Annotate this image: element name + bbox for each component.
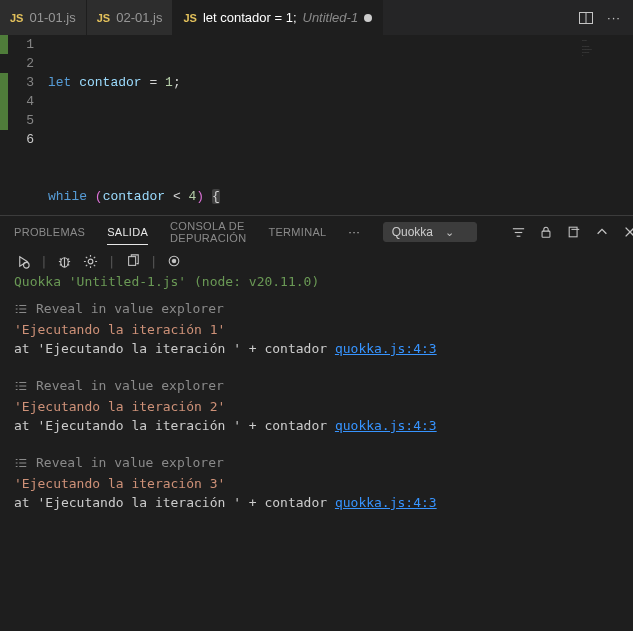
record-icon[interactable] (165, 252, 183, 270)
log-entry: Reveal in value explorer 'Ejecutando la … (14, 299, 619, 358)
log-value: 'Ejecutando la iteración 3' (14, 474, 619, 493)
chevron-down-icon: ⌄ (445, 226, 454, 238)
copy-icon[interactable] (124, 252, 142, 270)
code-area[interactable]: let contador = 1; while (contador < 4) {… (48, 35, 633, 215)
reveal-in-value-explorer[interactable]: Reveal in value explorer (14, 376, 619, 395)
svg-point-23 (173, 259, 177, 263)
panel-tab-terminal[interactable]: TERMINAL (268, 220, 326, 244)
code-editor[interactable]: 1 2 3 4 5 6 let contador = 1; while (con… (0, 35, 633, 215)
filter-icon[interactable] (509, 223, 527, 241)
log-trace: at 'Ejecutando la iteración ' + contador… (14, 416, 619, 435)
tab-file-1[interactable]: JS 01-01.js (0, 0, 87, 35)
list-icon (14, 379, 28, 393)
tab-file-3-active[interactable]: JS let contador = 1; Untitled-1 (173, 0, 383, 35)
log-entry: Reveal in value explorer 'Ejecutando la … (14, 453, 619, 512)
js-icon: JS (97, 12, 110, 24)
list-icon (14, 302, 28, 316)
panel-tab-debug-console[interactable]: CONSOLA DE DEPURACIÓN (170, 214, 246, 250)
tab-file-2[interactable]: JS 02-01.js (87, 0, 174, 35)
tab-label: 01-01.js (29, 10, 75, 25)
split-editor-icon[interactable] (577, 9, 595, 27)
svg-rect-6 (569, 227, 577, 237)
svg-rect-5 (542, 231, 550, 237)
quokka-header: Quokka 'Untitled-1.js' (node: v20.11.0) (0, 272, 633, 299)
trace-link[interactable]: quokka.js:4:3 (335, 418, 437, 433)
tab-label: let contador = 1; (203, 10, 297, 25)
log-entry: Reveal in value explorer 'Ejecutando la … (14, 376, 619, 435)
tab-label: 02-01.js (116, 10, 162, 25)
dirty-indicator-icon (364, 14, 372, 22)
tab-sublabel: Untitled-1 (303, 10, 359, 25)
reveal-in-value-explorer[interactable]: Reveal in value explorer (14, 453, 619, 472)
output-body: Reveal in value explorer 'Ejecutando la … (0, 299, 633, 530)
log-value: 'Ejecutando la iteración 2' (14, 397, 619, 416)
log-value: 'Ejecutando la iteración 1' (14, 320, 619, 339)
svg-point-11 (23, 262, 29, 268)
clear-output-icon[interactable] (565, 223, 583, 241)
editor-tabbar: JS 01-01.js JS 02-01.js JS let contador … (0, 0, 633, 35)
gear-icon[interactable] (82, 252, 100, 270)
bottom-panel: PROBLEMAS SALIDA CONSOLA DE DEPURACIÓN T… (0, 215, 633, 631)
chevron-up-icon[interactable] (593, 223, 611, 241)
list-icon (14, 456, 28, 470)
log-trace: at 'Ejecutando la iteración ' + contador… (14, 493, 619, 512)
js-icon: JS (183, 12, 196, 24)
minimap[interactable]: ▬▬▬▬ ▬▬▬▬▬▬▬▬▬▬▬▬▬▬▬▬▬▬▬▬▬ (578, 35, 633, 215)
close-panel-icon[interactable] (621, 223, 633, 241)
panel-more-icon[interactable]: ··· (348, 226, 360, 238)
panel-tabbar: PROBLEMAS SALIDA CONSOLA DE DEPURACIÓN T… (0, 216, 633, 248)
panel-tab-problems[interactable]: PROBLEMAS (14, 220, 85, 244)
quokka-toolbar: | | | (0, 248, 633, 272)
tabbar-actions: ··· (567, 0, 633, 35)
trace-link[interactable]: quokka.js:4:3 (335, 495, 437, 510)
svg-rect-21 (128, 257, 135, 266)
run-icon[interactable] (14, 252, 32, 270)
log-trace: at 'Ejecutando la iteración ' + contador… (14, 339, 619, 358)
svg-point-20 (88, 259, 93, 264)
lock-scroll-icon[interactable] (537, 223, 555, 241)
output-source-select[interactable]: Quokka⌄ (383, 222, 477, 242)
trace-link[interactable]: quokka.js:4:3 (335, 341, 437, 356)
more-actions-icon[interactable]: ··· (605, 9, 623, 27)
js-icon: JS (10, 12, 23, 24)
panel-tab-output[interactable]: SALIDA (107, 220, 148, 245)
reveal-in-value-explorer[interactable]: Reveal in value explorer (14, 299, 619, 318)
line-number-gutter: 1 2 3 4 5 6 (8, 35, 48, 215)
quokka-marker-column (0, 35, 8, 215)
bug-icon[interactable] (56, 252, 74, 270)
tabbar-spacer (383, 0, 567, 35)
